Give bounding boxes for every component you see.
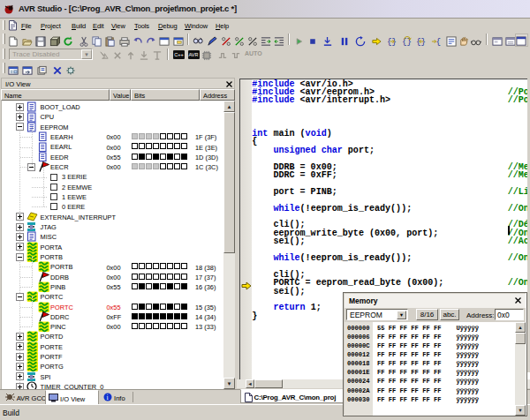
svg-text:{: {	[436, 37, 442, 47]
svg-text:{}: {}	[387, 37, 397, 47]
svg-text:{}: {}	[416, 37, 426, 47]
